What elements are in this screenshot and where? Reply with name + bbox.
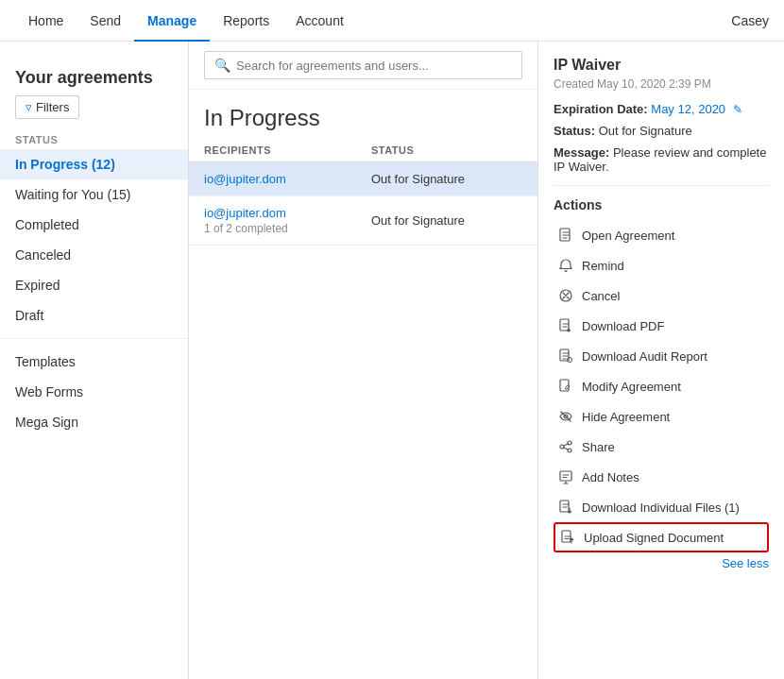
download-pdf-icon xyxy=(557,317,574,334)
center-content: 🔍 In Progress RECIPIENTS STATUS io@jupit… xyxy=(189,42,538,679)
upload-signed-icon xyxy=(559,529,576,546)
action-download-pdf-label: Download PDF xyxy=(582,319,664,333)
panel-title: IP Waiver xyxy=(554,57,769,74)
table-row[interactable]: io@jupiter.dom Out for Signature xyxy=(189,162,537,196)
main-layout: Your agreements ▿ Filters STATUS In Prog… xyxy=(0,42,784,679)
sidebar-item-mega-sign[interactable]: Mega Sign xyxy=(0,407,188,437)
col-header-status: STATUS xyxy=(371,144,522,156)
download-individual-icon xyxy=(557,499,574,516)
actions-title: Actions xyxy=(554,197,769,212)
status-label: Status: xyxy=(554,124,595,138)
panel-message: Message: Please review and complete IP W… xyxy=(554,145,769,174)
action-open-agreement-label: Open Agreement xyxy=(582,229,674,243)
sidebar-item-waiting[interactable]: Waiting for You (15) xyxy=(0,179,188,210)
add-notes-icon xyxy=(557,468,574,485)
svg-rect-11 xyxy=(560,501,569,512)
filter-icon: ▿ xyxy=(26,100,32,114)
remind-icon xyxy=(557,257,574,274)
svg-point-9 xyxy=(568,449,571,452)
hide-agreement-icon xyxy=(557,408,574,425)
row-recipients: io@jupiter.dom xyxy=(204,172,371,186)
nav-item-reports[interactable]: Reports xyxy=(210,0,282,42)
nav-item-account[interactable]: Account xyxy=(282,0,357,42)
sidebar-item-draft[interactable]: Draft xyxy=(0,300,188,331)
row-recipients: io@jupiter.dom 1 of 2 completed xyxy=(204,206,371,235)
sidebar-item-canceled[interactable]: Canceled xyxy=(0,240,188,270)
action-download-pdf[interactable]: Download PDF xyxy=(554,311,769,341)
sidebar-item-in-progress[interactable]: In Progress (12) xyxy=(0,149,188,179)
search-icon: 🔍 xyxy=(214,58,230,73)
sidebar-item-templates[interactable]: Templates xyxy=(0,347,188,377)
action-download-individual-label: Download Individual Files (1) xyxy=(582,501,740,515)
svg-point-4 xyxy=(568,358,572,363)
see-less-link[interactable]: See less xyxy=(554,556,769,570)
edit-expiration-icon[interactable]: ✎ xyxy=(733,103,742,116)
row-status: Out for Signature xyxy=(371,213,522,228)
action-remind[interactable]: Remind xyxy=(554,250,769,280)
search-bar-row: 🔍 xyxy=(189,42,537,90)
action-download-audit[interactable]: Download Audit Report xyxy=(554,341,769,371)
action-upload-signed-label: Upload Signed Document xyxy=(584,531,724,545)
section-title: In Progress xyxy=(189,90,537,139)
top-nav: Home Send Manage Reports Account Casey xyxy=(0,0,784,42)
sidebar-top: Your agreements ▿ Filters xyxy=(0,57,188,127)
expiration-label: Expiration Date: xyxy=(554,102,648,116)
expiration-value: May 12, 2020 xyxy=(651,102,725,116)
action-add-notes[interactable]: Add Notes xyxy=(554,462,769,492)
sidebar-divider xyxy=(0,338,188,339)
sidebar-item-web-forms[interactable]: Web Forms xyxy=(0,377,188,407)
open-agreement-icon xyxy=(557,227,574,244)
status-section-label: STATUS xyxy=(0,127,188,149)
filter-button[interactable]: ▿ Filters xyxy=(15,95,79,119)
action-hide-agreement[interactable]: Hide Agreement xyxy=(554,401,769,432)
nav-item-send[interactable]: Send xyxy=(77,0,134,42)
svg-rect-10 xyxy=(560,471,571,481)
sidebar: Your agreements ▿ Filters STATUS In Prog… xyxy=(0,42,189,679)
nav-item-manage[interactable]: Manage xyxy=(134,0,210,42)
sidebar-item-expired[interactable]: Expired xyxy=(0,270,188,300)
panel-status: Status: Out for Signature xyxy=(554,124,769,138)
action-open-agreement[interactable]: Open Agreement xyxy=(554,220,769,250)
action-modify-agreement[interactable]: Modify Agreement xyxy=(554,371,769,401)
cancel-icon xyxy=(557,287,574,304)
row-email: io@jupiter.dom xyxy=(204,206,371,220)
sidebar-title: Your agreements xyxy=(15,68,153,88)
action-cancel-label: Cancel xyxy=(582,289,620,303)
share-icon xyxy=(557,438,574,455)
panel-divider xyxy=(554,185,769,186)
svg-point-8 xyxy=(560,445,564,449)
right-panel: IP Waiver Created May 10, 2020 2:39 PM E… xyxy=(538,42,784,679)
modify-agreement-icon xyxy=(557,378,574,395)
svg-point-7 xyxy=(568,441,571,445)
action-hide-agreement-label: Hide Agreement xyxy=(582,410,670,424)
panel-created: Created May 10, 2020 2:39 PM xyxy=(554,77,769,91)
message-label: Message: xyxy=(554,145,609,160)
status-value: Out for Signature xyxy=(599,124,692,138)
row-status: Out for Signature xyxy=(371,172,522,186)
action-share-label: Share xyxy=(582,440,615,454)
action-upload-signed[interactable]: Upload Signed Document xyxy=(554,522,769,552)
action-download-individual[interactable]: Download Individual Files (1) xyxy=(554,492,769,522)
action-cancel[interactable]: Cancel xyxy=(554,280,769,311)
action-remind-label: Remind xyxy=(582,259,624,273)
action-add-notes-label: Add Notes xyxy=(582,470,639,484)
search-input[interactable] xyxy=(236,59,512,73)
svg-rect-2 xyxy=(560,319,569,331)
sidebar-item-completed[interactable]: Completed xyxy=(0,210,188,240)
user-menu[interactable]: Casey xyxy=(731,13,769,28)
row-sub: 1 of 2 completed xyxy=(204,222,371,235)
table-row[interactable]: io@jupiter.dom 1 of 2 completed Out for … xyxy=(189,196,537,246)
action-download-audit-label: Download Audit Report xyxy=(582,349,707,364)
action-share[interactable]: Share xyxy=(554,432,769,462)
row-email: io@jupiter.dom xyxy=(204,172,371,186)
nav-item-home[interactable]: Home xyxy=(15,0,77,42)
download-audit-icon xyxy=(557,348,574,365)
panel-expiration: Expiration Date: May 12, 2020 ✎ xyxy=(554,102,769,116)
search-box: 🔍 xyxy=(204,51,522,79)
col-header-recipients: RECIPIENTS xyxy=(204,144,371,156)
table-header: RECIPIENTS STATUS xyxy=(189,139,537,162)
action-modify-agreement-label: Modify Agreement xyxy=(582,380,681,394)
